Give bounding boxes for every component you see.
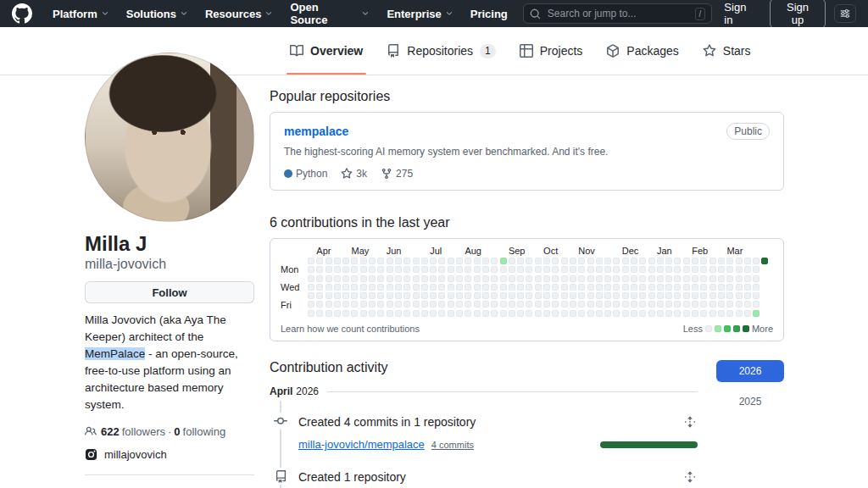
- contribution-cell[interactable]: [526, 275, 532, 282]
- year-2026-button[interactable]: 2026: [716, 360, 784, 382]
- contribution-cell[interactable]: [448, 292, 454, 299]
- contribution-cell[interactable]: [448, 310, 454, 317]
- contribution-cell[interactable]: [326, 310, 332, 317]
- contribution-cell[interactable]: [482, 284, 489, 291]
- contribution-cell[interactable]: [430, 275, 437, 282]
- contribution-cell[interactable]: [535, 301, 542, 308]
- contribution-cell[interactable]: [578, 275, 585, 282]
- contribution-cell[interactable]: [526, 258, 532, 264]
- repo-link[interactable]: milla-jovovich/mempalace: [298, 438, 425, 451]
- contribution-cell[interactable]: [631, 258, 637, 264]
- contribution-cell[interactable]: [509, 258, 515, 264]
- contribution-cell[interactable]: [570, 310, 576, 317]
- contribution-cell[interactable]: [665, 266, 672, 273]
- contribution-cell[interactable]: [430, 310, 437, 317]
- contribution-cell[interactable]: [761, 258, 768, 264]
- contribution-cell[interactable]: [570, 266, 576, 273]
- contribution-cell[interactable]: [726, 301, 733, 308]
- contribution-cell[interactable]: [308, 275, 314, 282]
- contribution-cell[interactable]: [604, 292, 611, 299]
- contribution-cell[interactable]: [448, 266, 454, 273]
- contribution-cell[interactable]: [631, 292, 637, 299]
- contribution-cell[interactable]: [639, 275, 646, 282]
- contribution-cell[interactable]: [753, 284, 760, 291]
- contribution-cell[interactable]: [639, 258, 646, 264]
- contribution-cell[interactable]: [387, 258, 393, 264]
- contribution-cell[interactable]: [700, 284, 707, 291]
- contribution-cell[interactable]: [631, 266, 637, 273]
- contribution-cell[interactable]: [526, 310, 532, 317]
- contribution-cell[interactable]: [448, 301, 454, 308]
- nav-item-open-source[interactable]: Open Source: [283, 0, 376, 30]
- contribution-cell[interactable]: [648, 301, 655, 308]
- contribution-cell[interactable]: [500, 266, 507, 273]
- contribution-cell[interactable]: [326, 292, 332, 299]
- contribution-cell[interactable]: [613, 266, 620, 273]
- contribution-cell[interactable]: [413, 310, 420, 317]
- contribution-cell[interactable]: [474, 292, 481, 299]
- contribution-cell[interactable]: [535, 258, 542, 264]
- contribution-cell[interactable]: [517, 266, 524, 273]
- contribution-cell[interactable]: [351, 266, 358, 273]
- contribution-cell[interactable]: [430, 301, 437, 308]
- appearance-settings-button[interactable]: [834, 4, 856, 23]
- contribution-cell[interactable]: [570, 292, 576, 299]
- contribution-cell[interactable]: [326, 301, 332, 308]
- contribution-cell[interactable]: [535, 284, 542, 291]
- contribution-cell[interactable]: [674, 301, 681, 308]
- contribution-cell[interactable]: [526, 266, 532, 273]
- contribution-cell[interactable]: [387, 301, 393, 308]
- contribution-cell[interactable]: [387, 275, 393, 282]
- contribution-cell[interactable]: [587, 292, 594, 299]
- contribution-cell[interactable]: [570, 301, 576, 308]
- contribution-cell[interactable]: [543, 266, 550, 273]
- contribution-cell[interactable]: [587, 301, 594, 308]
- contribution-cell[interactable]: [395, 266, 402, 273]
- contribution-cell[interactable]: [700, 258, 707, 264]
- contribution-cell[interactable]: [570, 275, 576, 282]
- contribution-cell[interactable]: [709, 310, 716, 317]
- contribution-cell[interactable]: [736, 310, 743, 317]
- contribution-cell[interactable]: [657, 292, 664, 299]
- contribution-cell[interactable]: [736, 258, 743, 264]
- contribution-cell[interactable]: [474, 266, 481, 273]
- contribution-cell[interactable]: [596, 258, 603, 264]
- contribution-cell[interactable]: [700, 266, 707, 273]
- contribution-cell[interactable]: [552, 292, 559, 299]
- contribution-cell[interactable]: [326, 275, 332, 282]
- contribution-cell[interactable]: [509, 275, 515, 282]
- contribution-cell[interactable]: [334, 301, 341, 308]
- contribution-cell[interactable]: [665, 258, 672, 264]
- contribution-cell[interactable]: [674, 292, 681, 299]
- contribution-cell[interactable]: [351, 275, 358, 282]
- contribution-cell[interactable]: [456, 258, 463, 264]
- contribution-cell[interactable]: [342, 284, 349, 291]
- contribution-cell[interactable]: [351, 301, 358, 308]
- contribution-cell[interactable]: [413, 292, 420, 299]
- tab-repositories[interactable]: Repositories 1: [375, 28, 508, 75]
- contribution-cell[interactable]: [403, 301, 410, 308]
- contribution-cell[interactable]: [692, 266, 698, 273]
- contribution-cell[interactable]: [377, 258, 384, 264]
- contribution-cell[interactable]: [403, 258, 410, 264]
- contribution-cell[interactable]: [456, 284, 463, 291]
- contribution-cell[interactable]: [316, 275, 323, 282]
- contribution-cell[interactable]: [465, 292, 471, 299]
- nav-item-resources[interactable]: Resources: [198, 4, 280, 24]
- contribution-cell[interactable]: [692, 310, 698, 317]
- expand-collapse-button[interactable]: [682, 414, 698, 430]
- contribution-cell[interactable]: [438, 258, 445, 264]
- contribution-cell[interactable]: [587, 310, 594, 317]
- contribution-cell[interactable]: [360, 284, 367, 291]
- contribution-cell[interactable]: [326, 284, 332, 291]
- contribution-cell[interactable]: [500, 310, 507, 317]
- contribution-cell[interactable]: [448, 284, 454, 291]
- contribution-cell[interactable]: [613, 275, 620, 282]
- contribution-cell[interactable]: [700, 310, 707, 317]
- contribution-cell[interactable]: [351, 310, 358, 317]
- contribution-cell[interactable]: [639, 310, 646, 317]
- contribution-cell[interactable]: [543, 284, 550, 291]
- contribution-cell[interactable]: [709, 284, 716, 291]
- contribution-cell[interactable]: [718, 258, 725, 264]
- contribution-cell[interactable]: [387, 284, 393, 291]
